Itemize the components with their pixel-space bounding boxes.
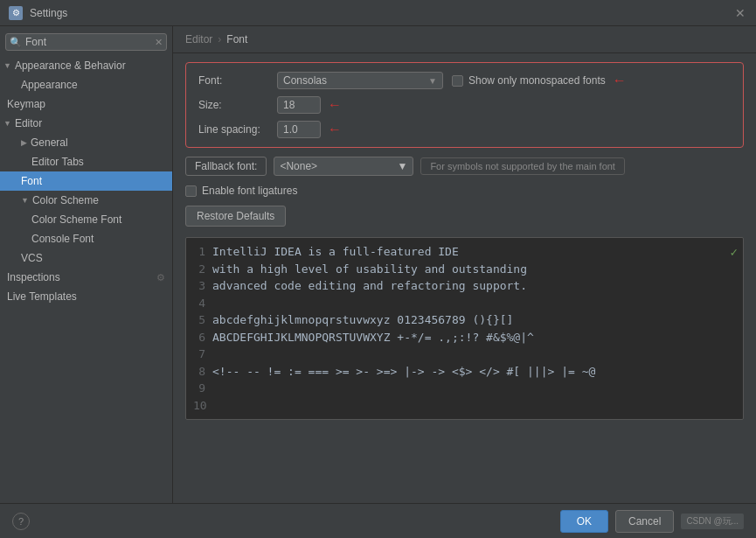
sidebar-item-color-scheme[interactable]: ▼ Color Scheme bbox=[0, 191, 172, 210]
app-icon: ⚙ bbox=[9, 6, 23, 20]
line-number: 1 bbox=[193, 243, 205, 261]
breadcrumb-separator: › bbox=[218, 33, 221, 45]
preview-line-4: 4 bbox=[193, 295, 736, 312]
ok-button[interactable]: OK bbox=[560, 510, 608, 533]
line-number: 9 bbox=[193, 380, 205, 397]
red-arrow-spacing: ← bbox=[328, 122, 342, 137]
ligatures-checkbox[interactable] bbox=[185, 185, 197, 197]
preview-line-7: 7 bbox=[193, 346, 736, 363]
sidebar-item-label: Color Scheme Font bbox=[31, 213, 121, 226]
expand-icon: ▼ bbox=[3, 119, 11, 128]
sidebar-item-label: Color Scheme bbox=[32, 194, 99, 206]
line-number: 4 bbox=[193, 295, 205, 312]
line-content: with a high level of usability and outst… bbox=[212, 261, 527, 278]
breadcrumb-current: Font bbox=[226, 33, 247, 45]
title-bar-text: Settings bbox=[30, 7, 67, 19]
sidebar-item-appearance-behavior[interactable]: ▼ Appearance & Behavior bbox=[0, 56, 172, 75]
search-input[interactable] bbox=[25, 36, 155, 48]
line-content: ABCDEFGHIJKLMNOPQRSTUVWXYZ +-*/= .,;:!? … bbox=[212, 329, 534, 346]
sidebar-item-color-scheme-font[interactable]: Color Scheme Font bbox=[0, 210, 172, 229]
fallback-hint: For symbols not supported by the main fo… bbox=[420, 157, 625, 175]
sidebar-item-label: Font bbox=[21, 175, 42, 187]
sidebar-item-label: Console Font bbox=[31, 233, 94, 245]
monospaced-checkbox-group: Show only monospaced fonts bbox=[452, 74, 606, 87]
main-layout: 🔍 ✕ ▼ Appearance & Behavior Appearance K… bbox=[0, 26, 756, 503]
sidebar-item-editor[interactable]: ▼ Editor bbox=[0, 114, 172, 133]
preview-line-1: 1 IntelliJ IDEA is a full-featured IDE bbox=[193, 243, 736, 261]
sidebar: 🔍 ✕ ▼ Appearance & Behavior Appearance K… bbox=[0, 26, 173, 503]
fallback-dropdown[interactable]: <None> ▼ bbox=[274, 157, 413, 176]
search-icon: 🔍 bbox=[10, 37, 22, 48]
red-arrow-font: ← bbox=[613, 73, 627, 88]
line-spacing-row: Line spacing: ← bbox=[198, 121, 731, 138]
sidebar-item-editor-tabs[interactable]: Editor Tabs bbox=[0, 152, 172, 171]
sidebar-item-live-templates[interactable]: Live Templates bbox=[0, 287, 172, 306]
preview-line-10: 10 bbox=[193, 397, 736, 415]
sidebar-item-label: Live Templates bbox=[7, 290, 77, 303]
preview-line-3: 3 advanced code editing and refactoring … bbox=[193, 277, 736, 295]
monospaced-label: Show only monospaced fonts bbox=[468, 74, 606, 87]
font-dropdown[interactable]: Consolas ▼ bbox=[277, 72, 443, 89]
sidebar-item-font[interactable]: Font bbox=[0, 171, 172, 191]
line-number: 6 bbox=[193, 329, 205, 346]
line-content: <!-- -- != := === >= >- >=> |-> -> <$> <… bbox=[212, 363, 595, 381]
sidebar-item-label: Editor Tabs bbox=[31, 156, 84, 168]
sidebar-item-label: Appearance bbox=[21, 79, 78, 91]
gear-icon: ⚙ bbox=[156, 272, 165, 283]
preview-area: ✓ 1 IntelliJ IDEA is a full-featured IDE… bbox=[185, 237, 744, 420]
size-input[interactable] bbox=[277, 96, 321, 114]
ligatures-label: Enable font ligatures bbox=[202, 185, 297, 197]
monospaced-checkbox[interactable] bbox=[452, 75, 463, 87]
sidebar-item-label: General bbox=[31, 136, 68, 149]
line-spacing-label: Line spacing: bbox=[198, 123, 277, 136]
breadcrumb: Editor › Font bbox=[173, 26, 756, 53]
font-row: Font: Consolas ▼ Show only monospaced fo… bbox=[198, 72, 731, 89]
watermark-label: CSDN @玩... bbox=[681, 514, 744, 529]
preview-line-6: 6 ABCDEFGHIJKLMNOPQRSTUVWXYZ +-*/= .,;:!… bbox=[193, 329, 736, 346]
line-content: advanced code editing and refactoring su… bbox=[212, 277, 527, 295]
preview-line-9: 9 bbox=[193, 380, 736, 397]
sidebar-item-label: VCS bbox=[21, 252, 43, 264]
sidebar-item-vcs[interactable]: VCS bbox=[0, 248, 172, 268]
expand-icon: ▶ bbox=[21, 138, 27, 147]
sidebar-item-label: Inspections bbox=[7, 271, 60, 283]
red-arrow-size: ← bbox=[328, 97, 342, 113]
cancel-button[interactable]: Cancel bbox=[615, 510, 674, 533]
line-number: 3 bbox=[193, 277, 205, 295]
line-spacing-input[interactable] bbox=[277, 121, 321, 138]
dropdown-arrow-icon: ▼ bbox=[428, 76, 437, 86]
line-number: 5 bbox=[193, 311, 205, 329]
search-clear-icon[interactable]: ✕ bbox=[155, 37, 163, 48]
ligatures-row: Enable font ligatures bbox=[185, 185, 744, 197]
search-box[interactable]: 🔍 ✕ bbox=[5, 33, 167, 51]
expand-icon: ▼ bbox=[3, 61, 11, 70]
sidebar-item-keymap[interactable]: Keymap bbox=[0, 94, 172, 114]
settings-panel: Font: Consolas ▼ Show only monospaced fo… bbox=[173, 53, 756, 503]
preview-line-2: 2 with a high level of usability and out… bbox=[193, 261, 736, 278]
line-number: 2 bbox=[193, 261, 205, 278]
content-panel: Editor › Font Font: Consolas ▼ Show only… bbox=[173, 26, 756, 503]
close-button[interactable]: ✕ bbox=[733, 6, 747, 20]
fallback-font-row: Fallback font: <None> ▼ For symbols not … bbox=[185, 157, 744, 176]
title-bar: ⚙ Settings ✕ bbox=[0, 0, 756, 26]
checkmark-icon: ✓ bbox=[731, 243, 738, 262]
font-settings-box: Font: Consolas ▼ Show only monospaced fo… bbox=[185, 62, 744, 148]
restore-defaults-button[interactable]: Restore Defaults bbox=[185, 206, 286, 227]
size-row: Size: ← bbox=[198, 96, 731, 114]
expand-icon: ▼ bbox=[21, 196, 29, 205]
sidebar-item-inspections[interactable]: Inspections ⚙ bbox=[0, 268, 172, 287]
help-button[interactable]: ? bbox=[12, 513, 30, 530]
fallback-label: Fallback font: bbox=[185, 157, 267, 176]
font-label: Font: bbox=[198, 74, 277, 87]
sidebar-item-console-font[interactable]: Console Font bbox=[0, 229, 172, 248]
preview-line-8: 8 <!-- -- != := === >= >- >=> |-> -> <$>… bbox=[193, 363, 736, 381]
sidebar-item-label: Editor bbox=[15, 117, 42, 129]
sidebar-item-general[interactable]: ▶ General bbox=[0, 133, 172, 152]
sidebar-item-label: Appearance & Behavior bbox=[15, 59, 126, 72]
bottom-bar: ? OK Cancel CSDN @玩... bbox=[0, 503, 756, 538]
line-content: IntelliJ IDEA is a full-featured IDE bbox=[212, 243, 459, 261]
line-content: abcdefghijklmnopqrstuvwxyz 0123456789 ()… bbox=[212, 311, 513, 329]
sidebar-item-appearance[interactable]: Appearance bbox=[0, 75, 172, 94]
line-number: 10 bbox=[193, 397, 207, 415]
line-number: 7 bbox=[193, 346, 205, 363]
